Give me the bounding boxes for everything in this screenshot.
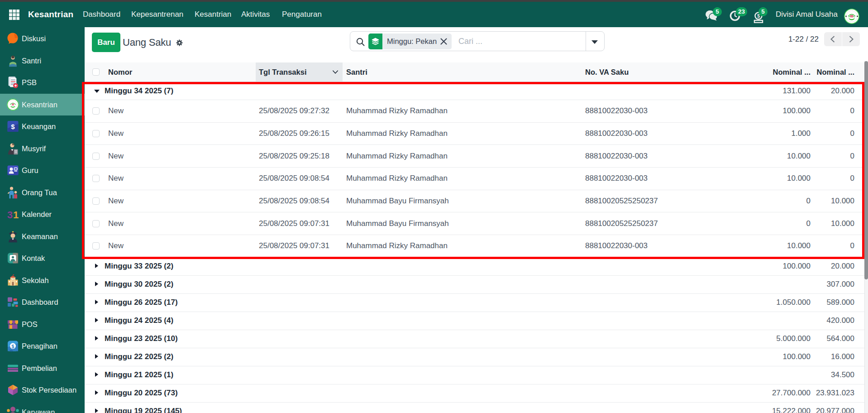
svg-text:3: 3	[7, 209, 13, 221]
svg-text:1: 1	[13, 209, 19, 221]
svg-text:$: $	[11, 123, 15, 130]
svg-text:$: $	[12, 344, 14, 349]
